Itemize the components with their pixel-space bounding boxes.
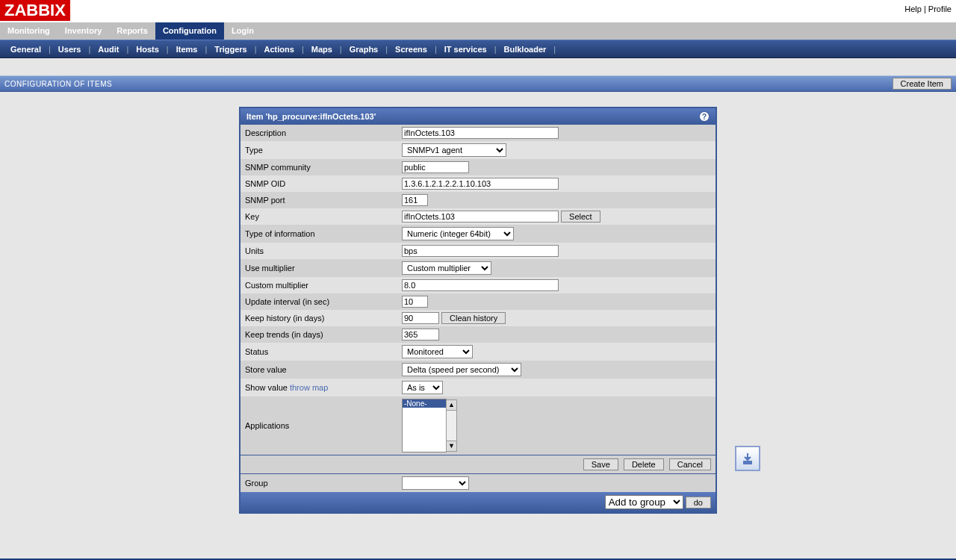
label-type-info: Type of information <box>245 229 402 238</box>
tab-monitoring[interactable]: Monitoring <box>0 22 58 40</box>
subnav-actions[interactable]: Actions <box>257 45 302 54</box>
label-type: Type <box>245 146 402 155</box>
keep-trends-input[interactable] <box>402 329 439 340</box>
subnav-it-services[interactable]: IT services <box>437 45 494 54</box>
snmp-port-input[interactable] <box>402 194 428 206</box>
label-custom-multiplier: Custom multiplier <box>245 281 402 290</box>
description-input[interactable] <box>402 127 559 139</box>
store-value-select[interactable]: Delta (speed per second) <box>402 363 521 376</box>
label-description: Description <box>245 128 402 137</box>
key-input[interactable] <box>402 211 559 223</box>
label-snmp-oid: SNMP OID <box>245 179 402 188</box>
tab-reports[interactable]: Reports <box>109 22 155 40</box>
add-to-group-select[interactable]: Add to group <box>605 495 683 509</box>
clean-history-button[interactable]: Clean history <box>441 312 506 324</box>
sub-nav: General| Users| Audit| Hosts| Items| Tri… <box>0 40 956 58</box>
throw-map-link[interactable]: throw map <box>290 383 328 392</box>
subnav-audit[interactable]: Audit <box>90 45 126 54</box>
download-widget[interactable] <box>735 446 760 471</box>
panel-title: Item 'hp_procurve:ifInOctets.103' <box>246 112 376 121</box>
label-status: Status <box>245 347 402 356</box>
arrow-down-icon <box>742 452 754 464</box>
do-button[interactable]: do <box>686 497 711 508</box>
applications-option-none[interactable]: -None- <box>403 399 446 408</box>
label-applications: Applications <box>245 421 402 430</box>
subnav-general[interactable]: General <box>3 45 49 54</box>
help-icon[interactable]: ? <box>699 111 710 122</box>
profile-link[interactable]: Profile <box>928 4 952 13</box>
label-units: Units <box>245 246 402 255</box>
label-key: Key <box>245 212 402 221</box>
tab-configuration[interactable]: Configuration <box>155 22 224 40</box>
keep-history-input[interactable] <box>402 312 439 324</box>
update-interval-input[interactable] <box>402 296 428 308</box>
type-info-select[interactable]: Numeric (integer 64bit) <box>402 227 514 240</box>
subnav-triggers[interactable]: Triggers <box>207 45 254 54</box>
label-use-multiplier: Use multiplier <box>245 264 402 273</box>
subnav-maps[interactable]: Maps <box>304 45 340 54</box>
label-show-value: Show value throw map <box>245 383 402 392</box>
label-store-value: Store value <box>245 365 402 374</box>
status-select[interactable]: Monitored <box>402 345 473 358</box>
logo: ZABBIX <box>0 0 70 21</box>
type-select[interactable]: SNMPv1 agent <box>402 143 506 157</box>
label-group: Group <box>245 479 402 488</box>
scroll-track[interactable] <box>446 411 457 441</box>
page-title: CONFIGURATION OF ITEMS <box>4 80 112 88</box>
label-snmp-port: SNMP port <box>245 196 402 205</box>
subnav-items[interactable]: Items <box>169 45 205 54</box>
label-snmp-community: SNMP community <box>245 163 402 172</box>
label-update-interval: Update interval (in sec) <box>245 297 402 306</box>
tab-inventory[interactable]: Inventory <box>58 22 110 40</box>
key-select-button[interactable]: Select <box>561 211 600 223</box>
snmp-community-input[interactable] <box>402 161 469 173</box>
subnav-screens[interactable]: Screens <box>388 45 435 54</box>
use-multiplier-select[interactable]: Custom multiplier <box>402 261 491 275</box>
subnav-hosts[interactable]: Hosts <box>128 45 167 54</box>
subnav-graphs[interactable]: Graphs <box>342 45 386 54</box>
create-item-button[interactable]: Create Item <box>893 78 952 90</box>
label-keep-history: Keep history (in days) <box>245 314 402 323</box>
subnav-bulkloader[interactable]: Bulkloader <box>497 45 554 54</box>
main-tabs: Monitoring Inventory Reports Configurati… <box>0 22 956 40</box>
tab-login[interactable]: Login <box>224 22 261 40</box>
scroll-up-icon[interactable]: ▲ <box>446 399 457 411</box>
units-input[interactable] <box>402 245 559 257</box>
save-button[interactable]: Save <box>583 458 618 470</box>
subnav-users[interactable]: Users <box>51 45 89 54</box>
cancel-button[interactable]: Cancel <box>669 458 711 470</box>
custom-multiplier-input[interactable] <box>402 279 559 291</box>
item-form-panel: Item 'hp_procurve:ifInOctets.103' ? Desc… <box>239 107 717 514</box>
group-select[interactable] <box>402 476 469 490</box>
applications-listbox[interactable]: -None- ▲ ▼ <box>402 399 447 452</box>
show-value-select[interactable]: As is <box>402 381 443 394</box>
scroll-down-icon[interactable]: ▼ <box>446 441 457 452</box>
help-link[interactable]: Help <box>904 4 922 13</box>
label-keep-trends: Keep trends (in days) <box>245 330 402 339</box>
snmp-oid-input[interactable] <box>402 178 559 190</box>
delete-button[interactable]: Delete <box>624 458 664 470</box>
